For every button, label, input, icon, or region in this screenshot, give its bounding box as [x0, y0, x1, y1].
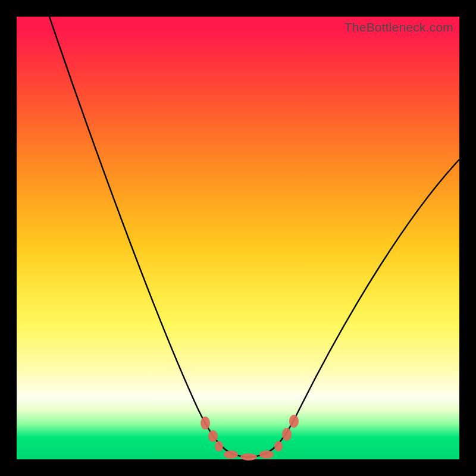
marker-group	[201, 415, 299, 461]
marker-dot	[289, 415, 299, 428]
marker-dot	[208, 430, 218, 442]
marker-dot	[224, 450, 238, 459]
marker-dot	[282, 428, 292, 441]
curve-layer	[17, 17, 459, 459]
marker-dot	[240, 453, 257, 461]
marker-dot	[259, 450, 274, 459]
marker-dot	[274, 441, 283, 452]
plot-area: TheBottleneck.com	[17, 17, 459, 459]
marker-dot	[201, 416, 210, 430]
chart-frame: TheBottleneck.com	[0, 0, 476, 476]
bottleneck-curve	[49, 17, 459, 457]
marker-dot	[215, 441, 223, 452]
